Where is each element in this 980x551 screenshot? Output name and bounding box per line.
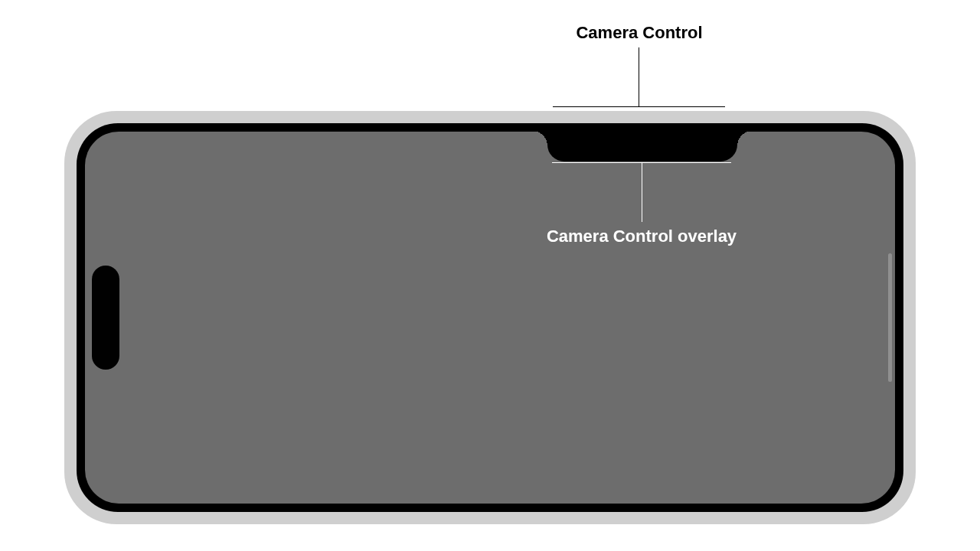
phone-screen: Camera Control overlay (85, 132, 895, 504)
camera-control-overlay-label: Camera Control overlay (547, 227, 737, 246)
side-button-groove (888, 253, 892, 382)
camera-control-label-text: Camera Control (576, 23, 702, 43)
camera-control-overlay-region (547, 132, 737, 161)
callout-top-horizontal (553, 106, 725, 107)
camera-control-overlay-text: Camera Control overlay (547, 227, 737, 246)
callout-top-vertical (639, 47, 639, 107)
phone-outline: Camera Control overlay (64, 111, 916, 524)
diagram-stage: Camera Control Camera Control overlay (0, 0, 980, 551)
phone-bezel: Camera Control overlay (77, 123, 903, 512)
dynamic-island (92, 266, 119, 370)
callout-overlay-vertical (642, 162, 642, 222)
